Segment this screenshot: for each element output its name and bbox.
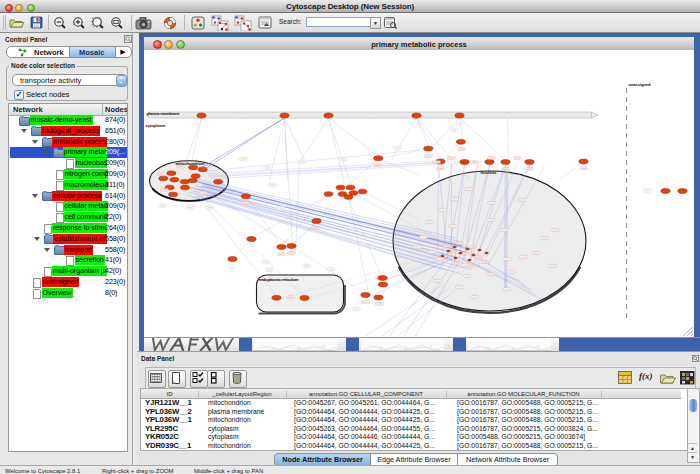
svg-text:plasma membrane: plasma membrane	[147, 111, 181, 116]
svg-text:cytoplasm: cytoplasm	[146, 123, 166, 128]
svg-text:nucleus: nucleus	[481, 170, 498, 175]
svg-text:mitochondrion: mitochondrion	[176, 161, 205, 166]
svg-text:unassigned: unassigned	[629, 82, 651, 87]
svg-text:endoplasmic reticulum: endoplasmic reticulum	[259, 277, 299, 282]
